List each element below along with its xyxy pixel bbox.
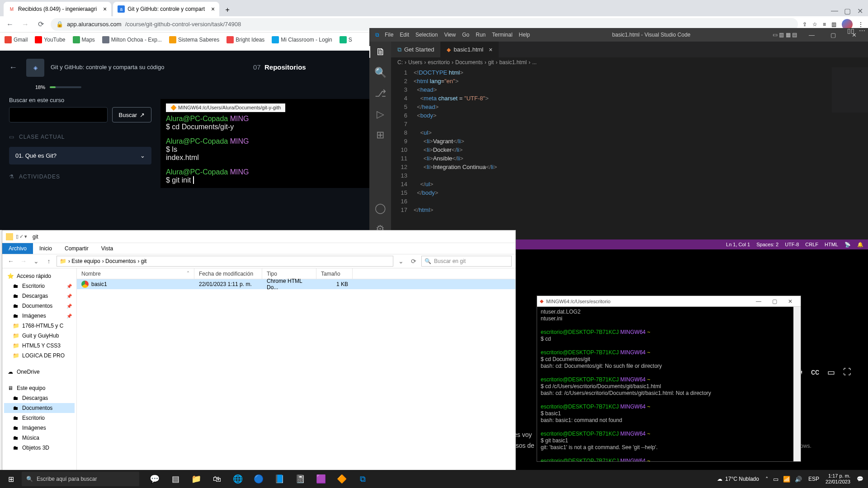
taskbar-search[interactable]: 🔍Escribe aquí para buscar (22, 472, 139, 486)
menu-item[interactable]: Edit (400, 32, 409, 38)
forward-button[interactable]: → (19, 256, 28, 266)
close-icon[interactable]: × (489, 46, 492, 53)
breadcrumb-segment[interactable]: Documents (455, 59, 483, 66)
word-icon[interactable]: 📘 (269, 470, 289, 488)
lesson-accordion[interactable]: 01. Qué es Git? ⌄ (9, 147, 151, 164)
tree-item[interactable]: ⭐Acceso rápido (4, 271, 75, 281)
bookmark-item[interactable]: Bright Ideas (226, 36, 264, 43)
language-indicator[interactable]: ESP (808, 476, 819, 482)
code-editor[interactable]: 1234567891011121314151617 <!DOCTYPE html… (391, 67, 868, 239)
tree-item[interactable]: 🖿Escritorio📌 (4, 281, 75, 291)
bell-icon[interactable]: 🔔 (857, 242, 863, 248)
scrollbar[interactable] (793, 307, 801, 461)
maximize-icon[interactable]: ▢ (767, 296, 782, 306)
browser-tab-gmail[interactable]: M Recibidos (8.049) - ingenieraagri × (4, 2, 111, 16)
terminal-body[interactable]: ntuser.dat.LOG2ntuser.ini escritorio@DES… (537, 307, 801, 461)
recent-button[interactable]: ⌄ (31, 256, 41, 266)
maximize-icon[interactable]: ▢ (842, 5, 853, 16)
breadcrumb-segment[interactable]: git (488, 59, 494, 66)
col-type[interactable]: Tipo (262, 268, 316, 279)
path-bar[interactable]: 📁 › Este equipo › Documentos › git (57, 256, 393, 267)
tab-get-started[interactable]: ⧉ Get Started (391, 42, 440, 57)
ribbon-tab[interactable]: Vista (95, 243, 119, 254)
clock[interactable]: 1:17 p. m.22/01/2023 (826, 473, 850, 485)
side-panel-icon[interactable]: ▥ (831, 21, 836, 28)
back-button[interactable]: ← (6, 256, 16, 266)
tree-item[interactable]: 🖿Imágenes (4, 423, 75, 433)
notifications-icon[interactable]: 💬 (857, 476, 863, 482)
star-icon[interactable]: ☆ (812, 21, 817, 28)
tree-item[interactable]: 🖿Objetos 3D (4, 443, 75, 453)
eol[interactable]: CRLF (805, 242, 818, 247)
minimap[interactable] (832, 67, 868, 113)
vscode-icon[interactable]: ⧉ (353, 470, 373, 488)
back-button[interactable]: ← (5, 19, 15, 30)
account-icon[interactable]: ◯ (375, 202, 386, 214)
forward-button[interactable]: → (20, 19, 31, 30)
ribbon-tab[interactable]: Archivo (2, 243, 33, 254)
explorer-icon[interactable]: 📁 (186, 470, 206, 488)
bookmark-item[interactable]: Gmail (5, 36, 28, 43)
store-icon[interactable]: 🛍 (207, 470, 227, 488)
tree-item[interactable]: 🖿Documentos📌 (4, 301, 75, 311)
git-icon[interactable]: 🔶 (332, 470, 352, 488)
breadcrumb[interactable]: C:›Users›escritorio›Documents›git›basic1… (391, 57, 868, 67)
share-icon[interactable]: ⇪ (802, 21, 807, 28)
bookmark-item[interactable]: Mi Classroom - Login (272, 36, 332, 43)
explorer-search[interactable]: 🔍Buscar en git (421, 256, 512, 267)
feedback-icon[interactable]: 📡 (844, 242, 851, 248)
up-button[interactable]: ↑ (44, 256, 54, 266)
start-button[interactable]: ⊞ (0, 470, 22, 488)
col-size[interactable]: Tamaño (316, 268, 353, 279)
refresh-button[interactable]: ⟳ (409, 256, 419, 266)
breadcrumb-segment[interactable]: Users (408, 59, 422, 66)
menu-item[interactable]: File (385, 32, 393, 38)
app-icon[interactable]: 📓 (290, 470, 310, 488)
file-row[interactable]: basic1 22/01/2023 1:11 p. m. Chrome HTML… (77, 279, 515, 289)
tree-item[interactable]: 🖥Este equipo (4, 383, 75, 393)
maximize-icon[interactable]: ▢ (823, 28, 843, 42)
menu-item[interactable]: Help (519, 32, 530, 38)
breadcrumb-segment[interactable]: basic1.html (499, 59, 527, 66)
tree-item[interactable]: ☁OneDrive (4, 367, 75, 377)
browser-tab-alura[interactable]: a Git y GitHub: controle y compart × (113, 2, 219, 16)
cursor-position[interactable]: Ln 1, Col 1 (726, 242, 750, 247)
menu-item[interactable]: View (444, 32, 456, 38)
breadcrumb-segment[interactable]: C: (397, 59, 403, 66)
source-control-icon[interactable]: ⎇ (375, 88, 386, 99)
cortana-icon[interactable]: 💬 (145, 470, 165, 488)
tree-item[interactable]: 🖿Documentos (4, 403, 75, 413)
explorer-icon[interactable]: 🗎 (369, 46, 391, 58)
minimize-icon[interactable]: — (829, 5, 840, 16)
col-date[interactable]: Fecha de modificación (194, 268, 262, 279)
more-icon[interactable]: ⋯ (859, 27, 865, 34)
bookmark-item[interactable]: YouTube (35, 36, 65, 43)
menu-item[interactable]: Terminal (492, 32, 512, 38)
path-segment[interactable]: › git (137, 258, 146, 264)
extensions-icon[interactable]: ≡ (823, 21, 826, 28)
close-icon[interactable]: × (211, 5, 215, 13)
menu-item[interactable]: Selection (415, 32, 438, 38)
close-icon[interactable]: ✕ (783, 296, 798, 306)
breadcrumb-segment[interactable]: escritorio (428, 59, 450, 66)
explorer-titlebar[interactable]: ▯✓▾ git (2, 230, 515, 243)
tree-item[interactable]: 📁1768-HTML5 y C (4, 321, 75, 331)
weather-widget[interactable]: ☁17°C Nublado (717, 476, 759, 482)
debug-icon[interactable]: ▷ (377, 108, 384, 120)
layout-icons[interactable]: ▭ ▥ ▦ ▤ (773, 32, 797, 38)
fullscreen-icon[interactable]: ⛶ (843, 367, 851, 377)
dropdown-icon[interactable]: ⌄ (396, 256, 406, 266)
task-view-icon[interactable]: ▤ (165, 470, 185, 488)
system-tray[interactable]: ˄▭📶🔊 (765, 476, 802, 483)
app-icon[interactable]: 🟪 (311, 470, 331, 488)
path-segment[interactable]: › Documentos (102, 258, 136, 264)
tree-item[interactable]: 📁HTML5 Y CSS3 (4, 341, 75, 351)
menu-icon[interactable]: ⋮ (858, 21, 863, 28)
breadcrumb-segment[interactable]: ... (532, 59, 537, 66)
video-area[interactable]: 🔶 MINGW64:/c/Users/Alura/Documents/git-y… (160, 97, 369, 187)
extensions-icon[interactable]: ⊞ (376, 129, 384, 141)
tree-item[interactable]: 🖿Descargas📌 (4, 291, 75, 301)
col-name[interactable]: Nombre ˄ (77, 268, 194, 279)
new-tab-button[interactable]: + (221, 4, 234, 16)
tree-item[interactable]: 🖿Música (4, 433, 75, 443)
